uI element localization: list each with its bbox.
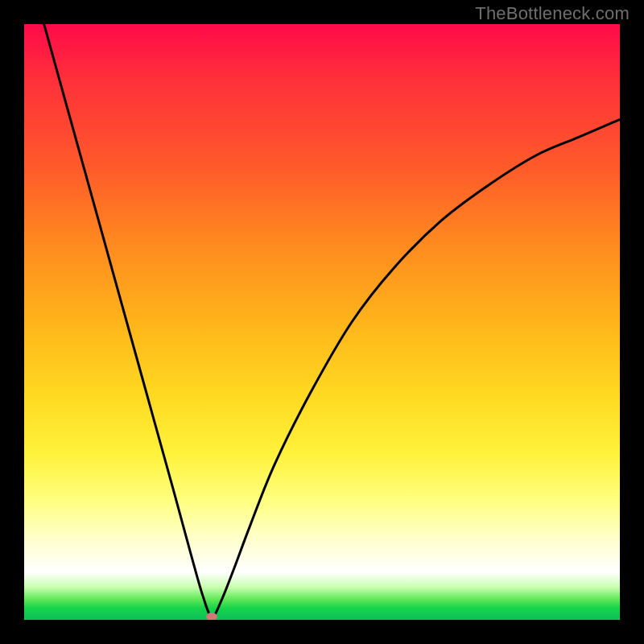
plot-area xyxy=(24,24,620,620)
bottleneck-curve xyxy=(24,24,620,620)
curve-path xyxy=(24,24,620,617)
watermark-text: TheBottleneck.com xyxy=(475,3,630,24)
minimum-point-marker xyxy=(206,613,217,620)
chart-frame: TheBottleneck.com xyxy=(0,0,644,644)
